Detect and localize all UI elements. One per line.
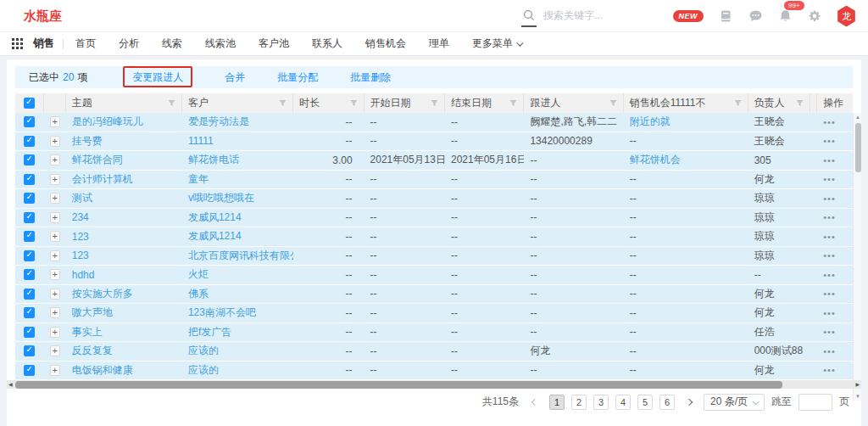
- more-dots-icon[interactable]: •••: [823, 270, 836, 280]
- horizontal-scroll-thumb[interactable]: [15, 381, 782, 389]
- nav-item-5[interactable]: 联系人: [312, 36, 342, 51]
- change-follower-button[interactable]: 变更跟进人: [123, 67, 192, 88]
- prev-page-button[interactable]: [527, 395, 542, 410]
- row-checkbox[interactable]: [24, 174, 35, 185]
- scroll-down-icon[interactable]: [854, 394, 861, 399]
- plus-expander-icon[interactable]: +: [50, 307, 60, 318]
- nav-more-menu[interactable]: 更多菜单: [472, 36, 521, 51]
- customer-link[interactable]: 应该的: [188, 345, 219, 356]
- topic-link[interactable]: 123: [72, 231, 89, 243]
- row-checkbox[interactable]: [24, 269, 35, 280]
- filter-funnel-icon[interactable]: [609, 99, 617, 107]
- page-button-5[interactable]: 5: [637, 395, 653, 410]
- row-checkbox[interactable]: [24, 307, 35, 318]
- topic-link[interactable]: 测试: [72, 192, 92, 204]
- row-checkbox[interactable]: [24, 365, 35, 376]
- search-input[interactable]: [543, 9, 654, 21]
- more-dots-icon[interactable]: •••: [823, 346, 836, 356]
- row-checkbox[interactable]: [24, 250, 35, 261]
- more-dots-icon[interactable]: •••: [823, 365, 836, 375]
- row-checkbox[interactable]: [24, 212, 35, 223]
- topic-link[interactable]: 123: [72, 249, 89, 261]
- jump-page-input[interactable]: [798, 394, 832, 411]
- row-checkbox[interactable]: [24, 231, 35, 242]
- more-dots-icon[interactable]: •••: [823, 174, 836, 184]
- nav-item-3[interactable]: 线索池: [205, 36, 236, 51]
- topic-link[interactable]: 电饭锅和健康: [72, 364, 133, 376]
- row-checkbox[interactable]: [24, 154, 35, 165]
- more-dots-icon[interactable]: •••: [823, 155, 836, 165]
- filter-funnel-icon[interactable]: [350, 99, 358, 107]
- more-dots-icon[interactable]: •••: [823, 193, 836, 204]
- page-button-2[interactable]: 2: [571, 395, 587, 410]
- customer-link[interactable]: 爱是劳动法是: [188, 115, 249, 127]
- topic-link[interactable]: 事实上: [72, 326, 103, 338]
- global-search[interactable]: [521, 8, 654, 23]
- customer-link[interactable]: 发威风1214: [188, 211, 242, 223]
- customer-link[interactable]: 佛系: [188, 288, 209, 300]
- plus-expander-icon[interactable]: +: [50, 289, 60, 300]
- nav-item-0[interactable]: 首页: [75, 36, 96, 51]
- plus-expander-icon[interactable]: +: [50, 174, 60, 185]
- filter-funnel-icon[interactable]: [734, 99, 742, 107]
- more-dots-icon[interactable]: •••: [823, 250, 836, 261]
- plus-expander-icon[interactable]: +: [50, 327, 60, 338]
- nav-item-2[interactable]: 线索: [162, 36, 182, 51]
- topic-link[interactable]: 挂号费: [72, 135, 103, 147]
- customer-link[interactable]: 火炬: [188, 268, 209, 280]
- filter-funnel-icon[interactable]: [796, 99, 804, 107]
- page-button-6[interactable]: 6: [659, 395, 675, 410]
- scroll-up-icon[interactable]: [854, 115, 861, 120]
- nav-item-4[interactable]: 客户池: [259, 36, 289, 51]
- plus-expander-icon[interactable]: +: [50, 231, 60, 242]
- bulk-action-0[interactable]: 合并: [225, 71, 245, 83]
- nav-item-1[interactable]: 分析: [119, 36, 139, 51]
- bulk-action-2[interactable]: 批量删除: [350, 71, 391, 83]
- page-button-1[interactable]: 1: [549, 395, 565, 410]
- topic-link[interactable]: hdhd: [72, 269, 95, 281]
- bulk-action-1[interactable]: 批量分配: [277, 71, 318, 83]
- more-dots-icon[interactable]: •••: [823, 289, 836, 299]
- page-button-4[interactable]: 4: [615, 395, 631, 410]
- topic-link[interactable]: 反反复复: [72, 345, 113, 356]
- plus-expander-icon[interactable]: +: [50, 116, 60, 127]
- gear-icon[interactable]: [807, 8, 822, 24]
- topic-link[interactable]: 会计师计算机: [72, 173, 133, 185]
- plus-expander-icon[interactable]: +: [50, 269, 60, 280]
- row-checkbox[interactable]: [24, 289, 35, 300]
- more-dots-icon[interactable]: •••: [823, 117, 836, 127]
- customer-link[interactable]: 发威风1214: [188, 230, 242, 242]
- topic-link[interactable]: 是的冯绍峰玩儿: [72, 115, 143, 127]
- customer-link[interactable]: 11111: [188, 135, 214, 147]
- apps-grid-icon[interactable]: [12, 38, 23, 49]
- topic-link[interactable]: 鲜花饼合同: [72, 154, 123, 165]
- customer-link[interactable]: 童年: [188, 173, 209, 185]
- scroll-right-icon[interactable]: [855, 381, 860, 387]
- plus-expander-icon[interactable]: +: [50, 345, 60, 356]
- next-page-button[interactable]: [682, 395, 697, 410]
- plus-expander-icon[interactable]: +: [50, 365, 60, 376]
- book-icon[interactable]: [718, 8, 733, 24]
- row-checkbox[interactable]: [24, 193, 35, 204]
- row-checkbox[interactable]: [24, 327, 35, 338]
- row-checkbox[interactable]: [24, 345, 35, 356]
- topic-link[interactable]: 嗷大声地: [72, 306, 113, 318]
- message-icon[interactable]: [748, 8, 763, 24]
- customer-link[interactable]: 把f发广告: [188, 326, 231, 338]
- filter-funnel-icon[interactable]: [509, 99, 517, 107]
- more-dots-icon[interactable]: •••: [823, 136, 836, 146]
- page-button-3[interactable]: 3: [593, 395, 609, 410]
- topic-link[interactable]: 234: [72, 211, 89, 223]
- plus-expander-icon[interactable]: +: [50, 136, 60, 147]
- vertical-scroll-thumb[interactable]: [855, 123, 861, 172]
- customer-link[interactable]: 应该的: [188, 364, 219, 376]
- topic-link[interactable]: 按实施大所多: [72, 288, 133, 300]
- plus-expander-icon[interactable]: +: [50, 193, 60, 204]
- row-checkbox[interactable]: [24, 136, 35, 147]
- more-dots-icon[interactable]: •••: [823, 327, 836, 337]
- customer-link[interactable]: 123南湖不会吧: [188, 306, 256, 318]
- opportunity-link[interactable]: 鲜花饼机会: [630, 154, 681, 165]
- nav-item-7[interactable]: 理单: [429, 36, 449, 51]
- opportunity-link[interactable]: 附近的就: [630, 115, 670, 127]
- user-avatar[interactable]: 龙: [837, 6, 856, 27]
